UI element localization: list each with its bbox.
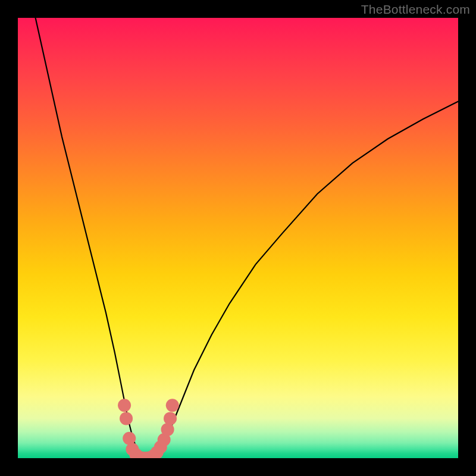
optimal-range-markers — [118, 399, 179, 458]
marker-dot — [118, 399, 131, 412]
marker-dot — [161, 423, 174, 436]
marker-dot — [120, 412, 133, 425]
plot-area — [18, 18, 458, 458]
marker-dot — [164, 412, 177, 425]
chart-svg — [18, 18, 458, 458]
chart-frame: TheBottleneck.com — [0, 0, 476, 476]
marker-dot — [123, 432, 136, 445]
bottleneck-curve — [36, 18, 458, 458]
watermark-label: TheBottleneck.com — [361, 2, 470, 17]
marker-dot — [166, 399, 179, 412]
